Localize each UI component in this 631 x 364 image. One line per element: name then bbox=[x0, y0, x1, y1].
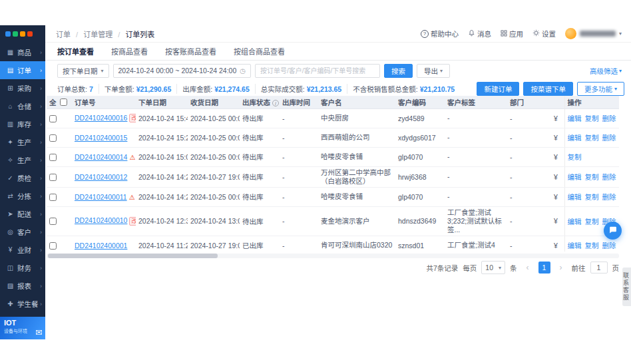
chevron-right-icon: › bbox=[40, 85, 42, 92]
copy-link[interactable]: 复制 bbox=[585, 218, 599, 226]
chevron-right-icon: › bbox=[40, 247, 42, 254]
order-number-link[interactable]: DD24102400010 bbox=[75, 216, 127, 224]
report-icon: ▨ bbox=[6, 282, 15, 289]
row-checkbox[interactable] bbox=[49, 218, 57, 225]
order-number-link[interactable]: DD24102400015 bbox=[75, 134, 127, 142]
business-finance-icon: ¥ bbox=[6, 246, 15, 254]
out-time-cell: - bbox=[280, 206, 318, 236]
row-checkbox[interactable] bbox=[49, 174, 57, 181]
sidebar-item-1[interactable]: ▦商品› bbox=[0, 43, 45, 61]
customer-service-button[interactable] bbox=[604, 222, 622, 240]
sidebar-item-15[interactable]: ✚学生餐› bbox=[0, 295, 45, 313]
order-date-cell: 2024-10-24 15:46 bbox=[136, 108, 188, 128]
delete-link[interactable]: 删除 bbox=[602, 173, 616, 181]
search-input[interactable] bbox=[255, 64, 380, 78]
goto-page-input[interactable] bbox=[590, 262, 608, 273]
row-checkbox[interactable] bbox=[49, 242, 57, 250]
sidebar-item-3[interactable]: ⊞采购› bbox=[0, 79, 45, 97]
more-functions-button[interactable]: 更多功能 ▾ bbox=[577, 82, 624, 96]
help-icon: ? bbox=[421, 30, 429, 38]
amount-cell-clipped: ¥ bbox=[551, 236, 564, 252]
row-checkbox[interactable] bbox=[49, 194, 57, 201]
order-number-link[interactable]: DD24102400014 bbox=[75, 153, 127, 161]
date-range-input[interactable]: 2024-10-24 00:00 ~ 2024-10-24 24:00 ◷ bbox=[113, 64, 252, 78]
edit-link[interactable]: 编辑 bbox=[568, 173, 582, 181]
copy-link[interactable]: 复制 bbox=[585, 134, 599, 142]
prev-page-button[interactable]: ‹ bbox=[522, 262, 534, 273]
new-order-button[interactable]: 新建订单 bbox=[477, 82, 519, 96]
apps-button[interactable]: 应用 bbox=[501, 29, 523, 39]
info-icon[interactable]: i bbox=[272, 100, 279, 106]
sidebar-item-5[interactable]: ▥库存› bbox=[0, 115, 45, 133]
edit-link[interactable]: 编辑 bbox=[568, 193, 582, 201]
row-checkbox[interactable] bbox=[49, 154, 57, 161]
order-number-link[interactable]: DD24102400016 bbox=[75, 114, 127, 122]
sidebar-iot-module[interactable]: IOT 设备与环境 ✉ bbox=[0, 317, 45, 339]
order-number-link[interactable]: DD24102400012 bbox=[75, 173, 127, 181]
summary-stat: 不含税销售额总金额:¥21,210.75 bbox=[347, 84, 460, 94]
search-button[interactable]: 搜索 bbox=[384, 64, 413, 78]
sidebar-item-14[interactable]: ▨报表› bbox=[0, 277, 45, 295]
sidebar-item-13[interactable]: ◫财务› bbox=[0, 259, 45, 277]
tab-2[interactable]: 按商品查看 bbox=[111, 46, 148, 57]
copy-link[interactable]: 复制 bbox=[585, 242, 599, 250]
sorting-icon: ⇄ bbox=[6, 192, 15, 200]
customer-code-cell: glp4070 bbox=[395, 187, 445, 206]
clock-icon: ◷ bbox=[240, 67, 246, 75]
delete-link[interactable]: 删除 bbox=[602, 193, 616, 201]
breadcrumb: 订单 / 订单管理 / 订单列表 bbox=[56, 29, 154, 39]
copy-link[interactable]: 复制 bbox=[585, 114, 599, 122]
edit-link[interactable]: 编辑 bbox=[568, 218, 582, 226]
sidebar-item-7[interactable]: ✧生产› bbox=[0, 151, 45, 169]
tab-1[interactable]: 按订单查看 bbox=[57, 46, 94, 57]
contact-service-tab[interactable]: 联系客服 bbox=[622, 268, 631, 306]
select-all-checkbox[interactable] bbox=[60, 98, 67, 106]
edit-link[interactable]: 编辑 bbox=[568, 134, 582, 142]
copy-link[interactable]: 复制 bbox=[585, 173, 599, 181]
date-field-select[interactable]: 按下单日期 ▾ bbox=[57, 64, 109, 78]
page-1-button[interactable]: 1 bbox=[538, 262, 550, 273]
sidebar-item-8[interactable]: ✓质检› bbox=[0, 169, 45, 187]
next-page-button[interactable]: › bbox=[555, 262, 567, 273]
tab-4[interactable]: 按组合商品查看 bbox=[234, 46, 285, 57]
order-number-link[interactable]: DD24102400001 bbox=[75, 242, 127, 250]
chevron-down-icon: ▾ bbox=[440, 68, 443, 74]
delete-link[interactable]: 删除 bbox=[602, 242, 616, 250]
tab-3[interactable]: 按客账商品查看 bbox=[165, 46, 216, 57]
edit-link[interactable]: 编辑 bbox=[568, 114, 582, 122]
status-header: 出库状态i bbox=[240, 96, 280, 108]
delete-link[interactable]: 删除 bbox=[602, 114, 616, 122]
header-label: 出库状态 bbox=[242, 98, 270, 106]
copy-link[interactable]: 复制 bbox=[568, 153, 582, 161]
sidebar-item-11[interactable]: ◎客户› bbox=[0, 223, 45, 241]
help-center-button[interactable]: ? 帮助中心 bbox=[421, 29, 459, 39]
page-size-select[interactable]: 10 ▾ bbox=[481, 261, 505, 274]
user-menu[interactable]: ▾ bbox=[565, 28, 622, 39]
sidebar-item-4[interactable]: ⌂仓储› bbox=[0, 97, 45, 115]
edit-link[interactable]: 编辑 bbox=[568, 242, 582, 250]
sidebar-item-6[interactable]: ✦生产› bbox=[0, 133, 45, 151]
horizontal-scrollbar-thumb[interactable] bbox=[48, 254, 218, 258]
messages-button[interactable]: 消息 bbox=[468, 29, 491, 39]
row-checkbox[interactable] bbox=[49, 115, 57, 122]
settings-button[interactable]: 设置 bbox=[532, 29, 556, 39]
sidebar-item-label: 生产 bbox=[17, 137, 40, 147]
sidebar-item-2[interactable]: ▤订单› bbox=[0, 61, 45, 79]
topbar: 订单 / 订单管理 / 订单列表 ? 帮助中心 消息 应用 设置 bbox=[45, 25, 631, 43]
sidebar-item-9[interactable]: ⇄分拣› bbox=[0, 187, 45, 205]
filter-bar: 按下单日期 ▾ 2024-10-24 00:00 ~ 2024-10-24 24… bbox=[45, 63, 631, 79]
header-label: 客户标签 bbox=[447, 98, 475, 106]
order-number-link[interactable]: DD24102400011 bbox=[75, 193, 127, 201]
breadcrumb-orders[interactable]: 订单 bbox=[56, 31, 71, 39]
chevron-right-icon: › bbox=[40, 121, 42, 128]
advanced-filter-link[interactable]: 高级筛选 ▾ bbox=[590, 66, 622, 76]
copy-link[interactable]: 复制 bbox=[585, 193, 599, 201]
row-checkbox[interactable] bbox=[49, 134, 57, 142]
sidebar-item-10[interactable]: ➤配送› bbox=[0, 205, 45, 223]
export-button[interactable]: 导出 ▾ bbox=[417, 64, 450, 78]
summary-label: 总实际成交额: bbox=[261, 85, 305, 93]
recipe-order-button[interactable]: 按菜谱下单 bbox=[523, 82, 573, 96]
breadcrumb-order-management[interactable]: 订单管理 bbox=[83, 31, 112, 39]
delete-link[interactable]: 删除 bbox=[602, 134, 616, 142]
sidebar-item-12[interactable]: ¥业财› bbox=[0, 241, 45, 259]
